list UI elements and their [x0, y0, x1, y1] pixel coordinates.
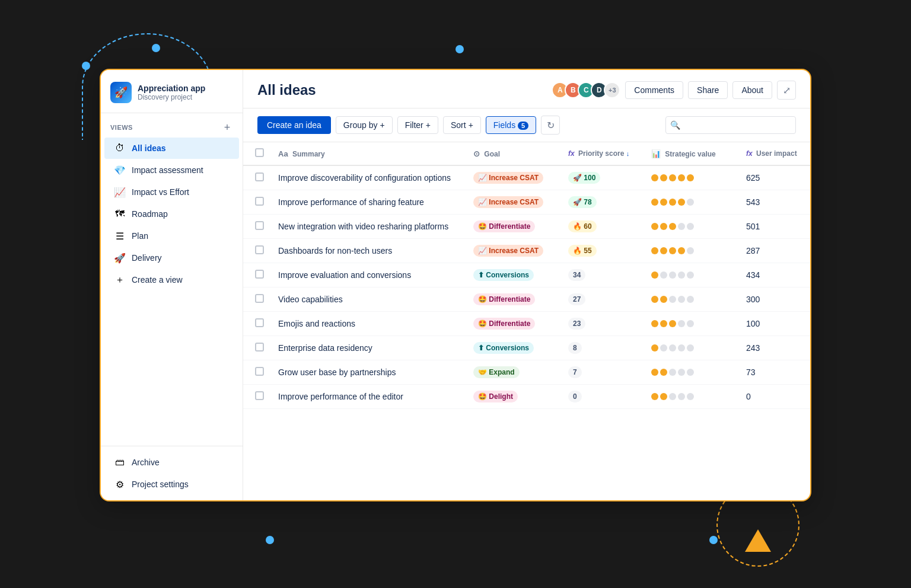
dot-filled: [651, 199, 658, 206]
row-user-impact: 434: [739, 263, 810, 287]
row-checkbox[interactable]: [255, 294, 264, 303]
col-header-priority[interactable]: fx Priority score ↓: [561, 142, 644, 165]
col-header-summary[interactable]: Aa Summary: [271, 142, 466, 165]
row-user-impact: 0: [739, 385, 810, 409]
row-checkbox[interactable]: [255, 270, 264, 279]
row-checkbox-cell: [243, 385, 271, 409]
row-user-impact: 543: [739, 190, 810, 215]
dot-empty: [678, 320, 685, 327]
row-strategic-value: [644, 215, 739, 239]
goal-badge: 🤩 Differentiate: [473, 293, 535, 305]
main-content: All ideas A B C D +3 Comments Share Abou…: [243, 70, 810, 500]
goal-col-label: Goal: [484, 150, 500, 158]
sidebar-item-impact-vs-effort[interactable]: 📈 Impact vs Effort: [104, 181, 239, 203]
dot-filled: [660, 199, 667, 206]
row-summary[interactable]: Grow user base by partnerships: [271, 360, 466, 385]
sidebar-item-impact-assessment[interactable]: 💎 Impact assessment: [104, 159, 239, 181]
priority-badge: 8: [568, 342, 582, 354]
row-goal: ⬆ Conversions: [466, 263, 561, 287]
deco-dot-tl-2: [82, 62, 90, 70]
dot-filled: [651, 369, 658, 376]
sidebar-project-name: Discovery project: [138, 93, 205, 101]
table-container[interactable]: Aa Summary ⊙ Goal fx Priority score ↓: [243, 142, 810, 500]
row-priority-score: 🔥 55: [561, 239, 644, 263]
sidebar-add-view-button[interactable]: +: [221, 122, 233, 133]
sidebar-item-create-view[interactable]: ＋ Create a view: [104, 269, 239, 290]
dot-empty: [687, 369, 694, 376]
row-checkbox[interactable]: [255, 318, 264, 327]
priority-badge: 0: [568, 391, 582, 402]
impact-vs-effort-icon: 📈: [114, 186, 126, 198]
row-checkbox[interactable]: [255, 343, 264, 351]
table-row: Dashboards for non-tech users📈 Increase …: [243, 239, 810, 263]
dot-filled: [678, 174, 685, 181]
goal-badge: 🤩 Delight: [473, 391, 518, 402]
dot-filled: [669, 247, 676, 254]
select-all-checkbox[interactable]: [255, 148, 264, 157]
fields-button[interactable]: Fields 5: [486, 116, 536, 134]
avatar-count: +3: [604, 82, 620, 98]
strategic-dots: [651, 296, 732, 303]
col-header-strategic[interactable]: 📊 Strategic value: [644, 142, 739, 165]
dot-filled: [651, 320, 658, 327]
dot-empty: [669, 271, 676, 279]
group-by-button[interactable]: Group by +: [336, 116, 393, 134]
row-checkbox[interactable]: [255, 367, 264, 376]
row-summary[interactable]: Video capabilities: [271, 287, 466, 312]
expand-button[interactable]: ⤢: [777, 81, 796, 100]
row-priority-score: 27: [561, 287, 644, 312]
main-header: All ideas A B C D +3 Comments Share Abou…: [243, 70, 810, 108]
table-row: Grow user base by partnerships🤝 Expand77…: [243, 360, 810, 385]
dot-filled: [651, 296, 658, 303]
row-summary[interactable]: Dashboards for non-tech users: [271, 239, 466, 263]
row-user-impact: 100: [739, 312, 810, 336]
search-input[interactable]: [665, 116, 796, 134]
row-summary[interactable]: Improve performance of sharing feature: [271, 190, 466, 215]
row-summary[interactable]: Emojis and reactions: [271, 312, 466, 336]
impact-assessment-icon: 💎: [114, 164, 126, 176]
sidebar-item-all-ideas[interactable]: ⏱ All ideas: [104, 138, 239, 159]
sidebar-item-plan[interactable]: ☰ Plan: [104, 225, 239, 247]
row-strategic-value: [644, 385, 739, 409]
comments-button[interactable]: Comments: [625, 81, 683, 99]
row-summary[interactable]: New integration with video resharing pla…: [271, 215, 466, 239]
row-checkbox[interactable]: [255, 197, 264, 206]
row-summary[interactable]: Improve performance of the editor: [271, 385, 466, 409]
group-by-label: Group by: [343, 120, 378, 130]
col-header-impact[interactable]: fx User impact: [739, 142, 810, 165]
sidebar-item-delivery[interactable]: 🚀 Delivery: [104, 247, 239, 269]
deco-dot-tl-1: [152, 44, 160, 52]
dot-filled: [651, 223, 658, 230]
row-checkbox[interactable]: [255, 245, 264, 254]
row-summary[interactable]: Enterprise data residency: [271, 336, 466, 360]
sidebar-item-label: All ideas: [132, 143, 166, 153]
goal-badge: 🤩 Differentiate: [473, 318, 535, 330]
sidebar-item-roadmap[interactable]: 🗺 Roadmap: [104, 203, 239, 225]
fields-count-badge: 5: [518, 122, 528, 130]
refresh-button[interactable]: ↻: [541, 116, 560, 135]
sidebar-app-name: Appreciation app: [138, 84, 205, 93]
strategic-dots: [651, 174, 732, 181]
filter-button[interactable]: Filter +: [397, 116, 438, 134]
dot-filled: [660, 174, 667, 181]
dot-empty: [678, 223, 685, 230]
row-summary[interactable]: Improve discoverability of configuration…: [271, 165, 466, 190]
row-checkbox[interactable]: [255, 172, 264, 181]
create-idea-button[interactable]: Create an idea: [257, 116, 331, 134]
filter-label: Filter: [405, 120, 423, 130]
dot-filled: [660, 223, 667, 230]
sort-button[interactable]: Sort +: [443, 116, 481, 134]
row-goal: 🤩 Differentiate: [466, 312, 561, 336]
sidebar-item-project-settings[interactable]: ⚙ Project settings: [104, 474, 239, 495]
outer-wrapper: 🚀 Appreciation app Discovery project VIE…: [64, 51, 847, 537]
row-strategic-value: [644, 165, 739, 190]
share-button[interactable]: Share: [688, 81, 728, 99]
row-checkbox[interactable]: [255, 391, 264, 400]
fields-label: Fields: [493, 120, 515, 130]
sidebar-item-archive[interactable]: 🗃 Archive: [104, 452, 239, 473]
row-checkbox-cell: [243, 336, 271, 360]
about-button[interactable]: About: [732, 81, 772, 99]
row-checkbox[interactable]: [255, 221, 264, 230]
row-summary[interactable]: Improve evaluation and conversions: [271, 263, 466, 287]
col-header-goal[interactable]: ⊙ Goal: [466, 142, 561, 165]
